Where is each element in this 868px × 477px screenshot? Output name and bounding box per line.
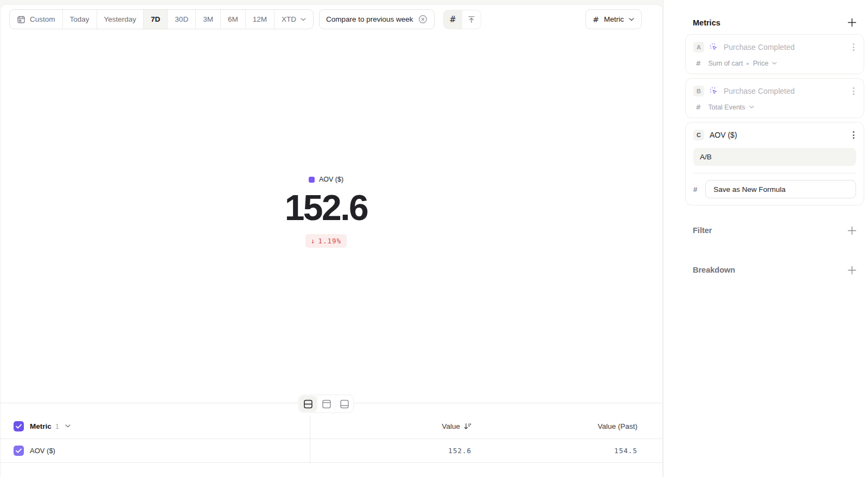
range-6m[interactable]: 6M [221,10,246,29]
sidebar-content: Metrics A Purchase Completed # [685,0,864,275]
sort-descending-icon[interactable] [464,423,471,430]
split-view-button[interactable] [299,396,317,412]
range-custom[interactable]: Custom [10,10,63,29]
report-canvas: Custom Today Yesterday 7D 30D 3M 6M 12M … [0,4,663,477]
hash-icon: # [449,15,456,24]
range-today[interactable]: Today [63,10,97,29]
metric-header-label: Metric [30,422,52,430]
results-table: Metric 1 Value Value (Past) [1,414,662,463]
save-formula-button[interactable]: Save as New Formula [705,180,856,198]
kpi-display: AOV ($) 152.6 ↓ 1.19% [1,176,652,248]
filter-title: Filter [693,226,712,235]
value-header-label: Value [442,422,460,430]
formula-text: A/B [700,153,712,161]
range-7d[interactable]: 7D [144,10,168,29]
range-custom-label: Custom [30,15,55,23]
kpi-delta-value: 1.19% [318,237,341,245]
range-12m-label: 12M [253,15,267,23]
measure-label: Sum of cart [708,60,743,67]
row-metric-name: AOV ($) [30,447,55,455]
magic-cursor-icon [710,43,718,51]
range-3m-label: 3M [203,15,213,23]
range-3m[interactable]: 3M [196,10,221,29]
formula-title: AOV ($) [710,131,737,139]
select-all-checkbox[interactable] [14,421,24,431]
hash-icon: # [695,59,701,67]
hash-icon: # [593,15,599,24]
hash-icon: # [693,185,697,194]
chevron-down-icon [749,106,754,109]
metric-type-button[interactable]: # Metric [585,9,642,29]
add-breakdown-button[interactable] [847,266,857,275]
calendar-icon [17,15,25,24]
range-xtd[interactable]: XTD [275,10,313,29]
metric-badge-c: C [693,130,704,140]
formula-card-c[interactable]: C AOV ($) A/B # Save as New Formula [685,122,864,205]
table-view-button[interactable] [317,396,335,412]
remove-compare-icon[interactable] [418,15,427,24]
magic-cursor-icon [710,87,718,95]
metric-count: 1 [55,422,59,430]
chevron-down-icon [772,62,777,65]
value-column-header[interactable]: Value [310,422,471,430]
column-divider [310,416,310,463]
range-xtd-label: XTD [282,15,296,23]
breakdown-section-header: Breakdown [685,265,864,275]
table-view-icon [322,399,331,409]
config-sidebar: Metrics A Purchase Completed # [663,0,868,477]
add-metric-button[interactable] [847,18,857,27]
kpi-value: 152.6 [285,190,368,225]
card-divider [693,173,856,173]
legend-label: AOV ($) [319,176,343,183]
metric-card-a[interactable]: A Purchase Completed # Sum of cart ▸ Pri… [685,34,864,74]
date-range-control: Custom Today Yesterday 7D 30D 3M 6M 12M … [9,9,314,29]
compare-chip-label: Compare to previous week [326,15,413,23]
chart-view-button[interactable] [335,396,353,412]
metric-badge-a: A [693,42,704,53]
metric-title: Purchase Completed [724,43,795,51]
filter-section-header: Filter [685,225,864,236]
metric-options-icon[interactable] [851,130,856,140]
metric-card-b[interactable]: B Purchase Completed # Total Events [685,78,864,118]
report-main-panel: Custom Today Yesterday 7D 30D 3M 6M 12M … [0,0,663,477]
metric-button-label: Metric [604,15,624,23]
metrics-section-header: Metrics [685,18,864,27]
layout-switcher [298,395,354,413]
formula-input[interactable]: A/B [693,148,856,166]
row-value-past: 154.5 [614,447,637,455]
split-view-icon [304,399,313,409]
goal-line-button[interactable] [462,10,481,29]
range-today-label: Today [70,15,90,23]
number-format-button[interactable]: # [444,10,462,29]
metrics-title: Metrics [693,18,720,27]
breakdown-title: Breakdown [693,266,735,274]
range-30d[interactable]: 30D [168,10,196,29]
range-12m[interactable]: 12M [246,10,275,29]
metric-options-icon[interactable] [851,86,856,96]
hash-icon: # [695,103,701,111]
row-value: 152.6 [448,447,471,455]
kpi-delta-badge: ↓ 1.19% [305,234,347,248]
measure-selector[interactable]: # Total Events [693,103,856,111]
legend-item[interactable]: AOV ($) [309,176,343,183]
add-filter-button[interactable] [847,226,857,235]
table-row[interactable]: AOV ($) 152.6 154.5 [1,439,662,463]
toolbar: Custom Today Yesterday 7D 30D 3M 6M 12M … [9,9,642,29]
arrow-down-icon: ↓ [311,237,316,245]
range-30d-label: 30D [175,15,188,23]
chevron-down-icon[interactable] [65,424,71,428]
row-checkbox[interactable] [14,446,24,456]
measure-selector[interactable]: # Sum of cart ▸ Price [693,59,856,67]
table-header-row: Metric 1 Value Value (Past) [1,414,662,439]
save-formula-label: Save as New Formula [713,185,786,194]
chevron-down-icon [301,18,306,21]
arrow-up-to-line-icon [467,15,476,24]
compare-chip[interactable]: Compare to previous week [319,9,435,29]
legend-swatch [309,177,315,183]
metric-options-icon[interactable] [851,42,856,53]
value-display-toggle: # [443,10,481,29]
chart-view-icon [340,399,349,409]
value-past-column-header[interactable]: Value (Past) [471,422,662,430]
range-yesterday[interactable]: Yesterday [97,10,144,29]
property-label: Price [753,60,768,67]
